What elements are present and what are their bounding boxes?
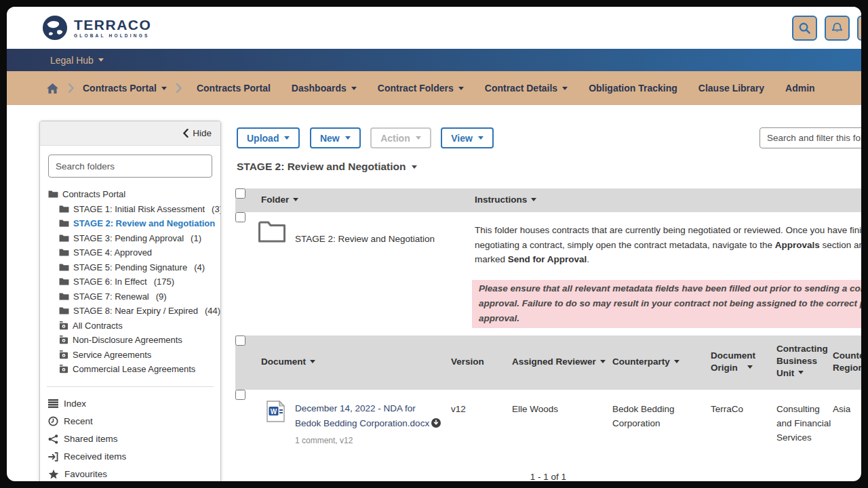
tree-label: STAGE 6: In Effect: [73, 274, 147, 289]
column-contracting-business-unit[interactable]: Contracting Business Unit: [776, 343, 833, 380]
column-document-origin[interactable]: Document Origin: [711, 350, 762, 374]
nav-label: Obligation Tracking: [589, 83, 677, 94]
folder-icon: [59, 277, 69, 286]
document-table-header: Document Version Assigned Reviewer Count…: [235, 336, 861, 390]
upload-button[interactable]: Upload: [237, 127, 300, 148]
tree-item-stage8[interactable]: STAGE 8: Near Expiry / Expired(44): [48, 304, 214, 319]
tree-item-stage1[interactable]: STAGE 1: Initial Risk Assessment(3): [48, 202, 214, 217]
sidebar-link-label: Shared items: [64, 434, 118, 444]
tree-view-nda[interactable]: Non-Disclosure Agreements: [48, 333, 214, 348]
tree-label: Service Agreements: [73, 348, 151, 363]
column-label: Version: [451, 357, 484, 367]
chevron-down-icon: [412, 165, 417, 169]
star-icon: [48, 469, 59, 479]
document-row[interactable]: W December 14, 2022 - NDA for Bedok Bedd…: [235, 390, 861, 454]
nav-label: Dashboards: [292, 83, 347, 94]
tree-item-stage4[interactable]: STAGE 4: Approved: [48, 245, 214, 260]
instructions-text: .: [587, 254, 589, 264]
legal-hub-menu[interactable]: Legal Hub: [50, 55, 104, 66]
tree-item-stage6[interactable]: STAGE 6: In Effect(175): [48, 274, 214, 289]
download-icon[interactable]: [431, 418, 441, 428]
sort-caret-icon: [310, 360, 315, 363]
page-title[interactable]: STAGE 2: Review and Negotiation: [237, 161, 417, 173]
brand-tagline: GLOBAL HOLDINGS: [74, 33, 151, 38]
column-assigned-reviewer[interactable]: Assigned Reviewer: [512, 357, 606, 367]
column-version[interactable]: Version: [451, 357, 484, 367]
search-folders-input[interactable]: [48, 155, 212, 178]
sidebar-item-received[interactable]: Received items: [48, 448, 214, 466]
tree-label: STAGE 1: Initial Risk Assessment: [73, 202, 205, 217]
cell-document-origin: TerraCo: [711, 402, 743, 416]
hub-bar: Legal Hub: [7, 49, 861, 71]
tree-label: STAGE 2: Review and Negotiation: [73, 216, 215, 231]
tree-view-service-agreements[interactable]: Service Agreements: [48, 348, 214, 363]
new-button[interactable]: New: [310, 127, 361, 148]
document-name: December 14, 2022 - NDA for Bedok Beddin…: [295, 403, 429, 428]
tree-count: (9): [156, 289, 167, 304]
cell-assigned-reviewer: Elle Woods: [512, 402, 558, 416]
nav-item-contract-folders[interactable]: Contract Folders: [378, 83, 464, 94]
action-label: Action: [380, 133, 410, 144]
bell-icon: [831, 22, 844, 35]
select-all-documents-checkbox[interactable]: [235, 336, 245, 346]
sidebar-link-label: Received items: [64, 451, 126, 462]
sidebar-link-label: Favourites: [64, 469, 107, 479]
tree-item-stage2[interactable]: STAGE 2: Review and Negotiation(1): [48, 216, 214, 231]
legal-hub-label: Legal Hub: [50, 55, 94, 66]
saved-view-icon: [59, 350, 68, 359]
document-meta: 1 comment, v12: [295, 436, 353, 445]
breadcrumb-chevron-icon: [176, 83, 182, 93]
column-folder[interactable]: Folder: [261, 195, 298, 205]
tree-root-contracts-portal[interactable]: Contracts Portal: [48, 187, 214, 202]
profile-button[interactable]: [857, 16, 861, 41]
tree-item-stage7[interactable]: STAGE 7: Renewal(9): [48, 289, 214, 304]
browser-viewport: TERRACO GLOBAL HOLDINGS Legal Hub: [7, 7, 861, 481]
tree-item-stage5[interactable]: STAGE 5: Pending Signature(4): [48, 260, 214, 275]
sidebar-links: Index Recent Shared items Received items…: [40, 394, 220, 482]
filter-folder-input[interactable]: [760, 127, 861, 148]
column-counterparty-region[interactable]: Counterparty Region: [833, 350, 861, 374]
hide-label: Hide: [193, 128, 212, 138]
home-icon: [46, 83, 59, 94]
column-instructions[interactable]: Instructions: [475, 195, 536, 205]
folder-icon: [59, 292, 69, 301]
document-name-link[interactable]: December 14, 2022 - NDA for Bedok Beddin…: [295, 401, 441, 430]
select-all-folders-checkbox[interactable]: [235, 188, 245, 199]
nav-item-contracts-portal[interactable]: Contracts Portal: [197, 83, 271, 94]
terraco-logo[interactable]: TERRACO GLOBAL HOLDINGS: [42, 15, 151, 41]
folder-instructions: This folder houses contracts that are cu…: [475, 223, 861, 267]
sidebar-item-index[interactable]: Index: [48, 395, 214, 413]
nav-item-admin[interactable]: Admin: [785, 83, 815, 94]
nav-item-clause-library[interactable]: Clause Library: [698, 83, 764, 94]
tree-view-all-contracts[interactable]: All Contracts: [48, 319, 214, 333]
breadcrumb-contracts-portal[interactable]: Contracts Portal: [83, 83, 167, 94]
home-button[interactable]: [46, 83, 59, 94]
search-button[interactable]: [792, 16, 817, 41]
sidebar-item-favourites[interactable]: Favourites: [48, 466, 214, 482]
folder-row-checkbox[interactable]: [235, 212, 245, 222]
nav-item-obligation-tracking[interactable]: Obligation Tracking: [589, 83, 677, 94]
action-button[interactable]: Action: [370, 127, 431, 148]
tree-label: STAGE 8: Near Expiry / Expired: [73, 304, 198, 319]
tree-item-stage3[interactable]: STAGE 3: Pending Approval(1): [48, 231, 214, 246]
column-label: Counterparty: [612, 357, 670, 367]
column-label: Contracting Business Unit: [776, 343, 828, 380]
sidebar-item-recent[interactable]: Recent: [48, 413, 214, 430]
nav-item-contract-details[interactable]: Contract Details: [485, 83, 568, 94]
nav-item-dashboards[interactable]: Dashboards: [292, 83, 357, 94]
view-button[interactable]: View: [441, 127, 494, 148]
column-counterparty[interactable]: Counterparty: [612, 357, 679, 367]
pagination: 1 - 1 of 1: [235, 472, 861, 481]
folder-icon: [59, 263, 69, 272]
document-row-checkbox[interactable]: [235, 390, 245, 400]
hide-sidebar-button[interactable]: Hide: [183, 128, 212, 138]
saved-view-icon: [59, 365, 68, 373]
sidebar-item-shared[interactable]: Shared items: [48, 430, 214, 448]
header-actions: [792, 16, 861, 41]
column-document[interactable]: Document: [261, 357, 315, 367]
saved-view-icon: [59, 321, 68, 330]
notifications-button[interactable]: [825, 16, 850, 41]
folder-row-name[interactable]: STAGE 2: Review and Negotiation: [295, 234, 435, 244]
tree-view-commercial-lease[interactable]: Commercial Lease Agreements: [48, 362, 214, 377]
brand-name: TERRACO: [74, 18, 151, 32]
